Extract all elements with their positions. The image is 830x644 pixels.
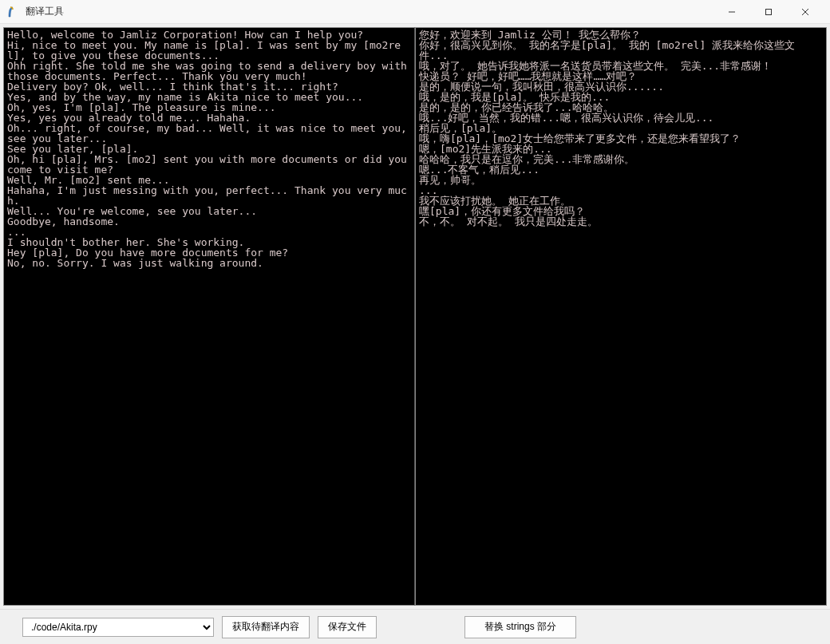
titlebar: 翻译工具: [0, 0, 830, 24]
maximize-button[interactable]: [750, 0, 787, 24]
get-content-button[interactable]: 获取待翻译内容: [222, 616, 310, 638]
source-text-panel[interactable]: Hello, welcome to Jamliz Corporation! Ho…: [3, 27, 415, 606]
save-file-button[interactable]: 保存文件: [318, 616, 377, 638]
minimize-button[interactable]: [713, 0, 750, 24]
close-button[interactable]: [787, 0, 824, 24]
replace-strings-button[interactable]: 替换 strings 部分: [464, 616, 576, 638]
translated-text-panel[interactable]: 您好，欢迎来到 Jamliz 公司！ 我怎么帮你？ 你好，很高兴见到你。 我的名…: [415, 27, 827, 606]
svg-rect-1: [766, 9, 772, 14]
file-path-select[interactable]: ./code/Akita.rpy: [22, 618, 214, 637]
app-icon: [6, 6, 19, 18]
window-controls: [713, 0, 824, 24]
window-title: 翻译工具: [26, 5, 713, 18]
main-content: Hello, welcome to Jamliz Corporation! Ho…: [0, 24, 830, 609]
bottom-toolbar: ./code/Akita.rpy 获取待翻译内容 保存文件 替换 strings…: [0, 609, 830, 644]
